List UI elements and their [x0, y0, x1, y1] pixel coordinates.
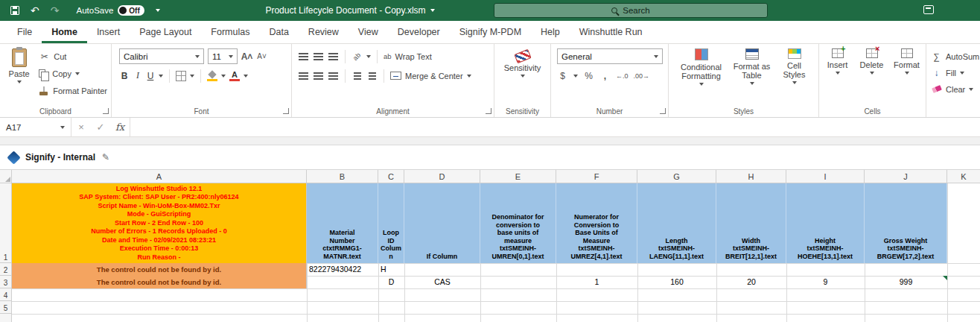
clipboard-dialog-launcher-icon[interactable]: [103, 108, 109, 114]
cell-a1[interactable]: Log Winshuttle Studio 12.1 SAP System: C…: [12, 183, 307, 263]
cell-i1[interactable]: Height txtSMEINH- HOEHE[13,1].text: [786, 183, 865, 263]
undo-icon[interactable]: ↶: [31, 5, 39, 16]
fill-color-icon[interactable]: [207, 71, 217, 81]
document-title[interactable]: Product Lifecycle Document - Copy.xlsm: [238, 0, 462, 21]
increase-decimal-icon[interactable]: ←.0: [616, 72, 629, 80]
font-dialog-launcher-icon[interactable]: [283, 108, 289, 114]
borders-icon[interactable]: [176, 71, 186, 81]
font-size-combo[interactable]: 11: [208, 48, 238, 64]
cell-c1[interactable]: Loop ID Colum n: [378, 183, 404, 263]
formula-input[interactable]: [130, 118, 980, 136]
bold-button[interactable]: B: [119, 71, 130, 81]
tab-page-layout[interactable]: Page Layout: [130, 21, 201, 43]
row-header-2[interactable]: 2: [0, 263, 12, 276]
row-header-1[interactable]: 1: [0, 183, 12, 263]
autosum-button[interactable]: ∑ AutoSum: [931, 48, 980, 64]
cut-button[interactable]: ✂ Cut: [35, 48, 111, 64]
name-box[interactable]: A17: [0, 118, 71, 136]
column-header-c[interactable]: C: [378, 170, 404, 183]
column-header-d[interactable]: D: [404, 170, 480, 183]
sensitivity-button[interactable]: Sensitivity: [496, 48, 550, 78]
number-format-combo[interactable]: General: [557, 48, 663, 64]
cell-f3[interactable]: 1: [556, 276, 637, 288]
cell-c2[interactable]: H: [378, 263, 404, 276]
tab-file[interactable]: File: [7, 21, 42, 43]
copy-button[interactable]: Copy: [35, 66, 111, 81]
autosave-toggle[interactable]: AutoSave Off: [76, 5, 144, 16]
cell-d1[interactable]: If Column: [404, 183, 480, 263]
merge-center-caret-icon[interactable]: [467, 75, 471, 78]
borders-caret-icon[interactable]: [190, 75, 194, 78]
search-box[interactable]: Search: [494, 3, 768, 18]
cell-b1[interactable]: Material Number ctxtRMMG1- MATNR.text: [307, 183, 378, 263]
decrease-indent-icon[interactable]: [351, 70, 363, 81]
column-header-k[interactable]: K: [947, 170, 980, 183]
cell-g3[interactable]: 160: [637, 276, 716, 288]
underline-button[interactable]: U: [146, 71, 155, 81]
insert-function-icon[interactable]: fx: [110, 118, 130, 136]
cancel-icon[interactable]: ×: [71, 118, 91, 136]
column-header-j[interactable]: J: [865, 170, 947, 183]
ribbon-display-icon[interactable]: [923, 5, 934, 14]
cell-d3[interactable]: CAS: [404, 276, 480, 288]
row-header-5[interactable]: 5: [0, 301, 12, 314]
column-header-e[interactable]: E: [480, 170, 556, 183]
format-painter-button[interactable]: Format Painter: [35, 83, 111, 98]
cell-j1[interactable]: Gross Weight txtSMEINH- BRGEW[17,2].text: [865, 183, 947, 263]
tab-help[interactable]: Help: [531, 21, 570, 43]
fill-button[interactable]: ↓ Fill: [931, 65, 980, 80]
align-left-icon[interactable]: [298, 70, 309, 81]
cell-h1[interactable]: Width txtSMEINH- BREIT[12,1].text: [716, 183, 786, 263]
font-color-icon[interactable]: A: [229, 71, 240, 81]
increase-font-icon[interactable]: A˄: [241, 51, 252, 62]
align-center-icon[interactable]: [313, 70, 324, 81]
cell-b2[interactable]: 822279430422: [307, 263, 378, 276]
cell-h3[interactable]: 20: [716, 276, 786, 288]
select-all-corner[interactable]: [0, 170, 12, 183]
wrap-text-button[interactable]: Wrap Text: [395, 52, 432, 61]
tab-insert[interactable]: Insert: [87, 21, 130, 43]
column-header-g[interactable]: G: [637, 170, 716, 183]
cell-c3[interactable]: D: [378, 276, 404, 288]
cell-j3[interactable]: 999: [865, 276, 947, 288]
number-dialog-launcher-icon[interactable]: [660, 108, 666, 114]
enter-icon[interactable]: ✓: [91, 118, 110, 136]
align-right-icon[interactable]: [328, 70, 339, 81]
tab-review[interactable]: Review: [299, 21, 349, 43]
decrease-decimal-icon[interactable]: .00→: [634, 72, 650, 80]
tab-developer[interactable]: Developer: [388, 21, 450, 43]
decrease-font-icon[interactable]: A˅: [256, 51, 267, 62]
tab-formulas[interactable]: Formulas: [201, 21, 259, 43]
edit-sensitivity-icon[interactable]: ✎: [102, 152, 109, 162]
column-header-i[interactable]: I: [786, 170, 865, 183]
save-icon[interactable]: [10, 6, 19, 15]
accounting-caret-icon[interactable]: [573, 75, 578, 78]
cell-i3[interactable]: 9: [786, 276, 865, 288]
alignment-dialog-launcher-icon[interactable]: [486, 108, 491, 114]
redo-icon[interactable]: ↷: [51, 5, 60, 16]
column-header-a[interactable]: A: [12, 170, 307, 183]
increase-indent-icon[interactable]: [366, 70, 378, 81]
orientation-icon[interactable]: ab: [351, 51, 363, 62]
bottom-align-icon[interactable]: [328, 51, 339, 62]
tab-signify-mpdm[interactable]: Signify M-PDM: [450, 21, 531, 43]
tab-view[interactable]: View: [349, 21, 388, 43]
row-header-6[interactable]: [0, 314, 12, 322]
orientation-caret-icon[interactable]: [366, 55, 371, 58]
cell-g1[interactable]: Length txtSMEINH- LAENG[11,1].text: [637, 183, 716, 263]
merge-center-button[interactable]: Merge & Center: [405, 72, 463, 80]
top-align-icon[interactable]: [298, 51, 309, 62]
cell-a3[interactable]: The control could not be found by id.: [12, 276, 307, 288]
tab-data[interactable]: Data: [259, 21, 298, 43]
clear-button[interactable]: Clear: [931, 81, 980, 97]
accounting-format-icon[interactable]: $: [557, 70, 568, 81]
tab-winshuttle-run[interactable]: Winshuttle Run: [570, 21, 652, 43]
comma-style-icon[interactable]: ,: [599, 70, 611, 81]
cell-f1[interactable]: Numerator for Conversion to Base Units o…: [556, 183, 637, 263]
underline-caret-icon[interactable]: [159, 75, 163, 78]
font-color-caret-icon[interactable]: [244, 75, 248, 78]
column-header-f[interactable]: F: [556, 170, 637, 183]
fill-color-caret-icon[interactable]: [221, 75, 226, 78]
italic-button[interactable]: I: [133, 70, 142, 81]
cell-a2[interactable]: The control could not be found by id.: [12, 263, 307, 276]
